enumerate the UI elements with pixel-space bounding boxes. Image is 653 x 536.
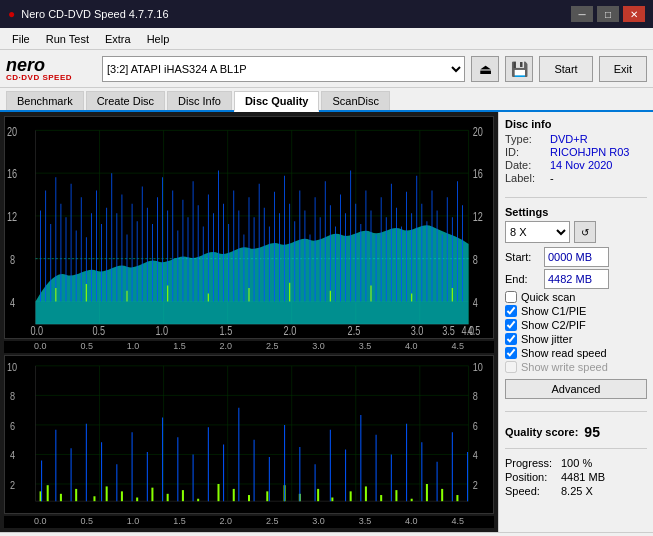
menu-help[interactable]: Help bbox=[139, 31, 178, 47]
start-button[interactable]: Start bbox=[539, 56, 592, 82]
tab-scan-disc[interactable]: ScanDisc bbox=[321, 91, 389, 110]
label-label: Label: bbox=[505, 172, 550, 184]
svg-text:1.0: 1.0 bbox=[155, 324, 168, 338]
close-button[interactable]: ✕ bbox=[623, 6, 645, 22]
window-title: Nero CD-DVD Speed 4.7.7.16 bbox=[21, 8, 168, 20]
tab-disc-quality[interactable]: Disc Quality bbox=[234, 91, 320, 112]
svg-text:8: 8 bbox=[473, 253, 478, 267]
svg-text:6: 6 bbox=[10, 420, 15, 432]
svg-text:3.0: 3.0 bbox=[411, 324, 424, 338]
start-input[interactable] bbox=[544, 247, 609, 267]
svg-text:12: 12 bbox=[7, 210, 17, 224]
quick-scan-label: Quick scan bbox=[521, 291, 575, 303]
quality-score-label: Quality score: bbox=[505, 426, 578, 438]
app-icon: ● bbox=[8, 7, 15, 21]
show-read-speed-checkbox[interactable] bbox=[505, 347, 517, 359]
svg-text:2.5: 2.5 bbox=[348, 324, 361, 338]
exit-button[interactable]: Exit bbox=[599, 56, 647, 82]
speed-label: Speed: bbox=[505, 485, 555, 497]
disc-label-value: - bbox=[550, 172, 647, 184]
quick-scan-checkbox[interactable] bbox=[505, 291, 517, 303]
svg-text:8: 8 bbox=[10, 253, 15, 267]
settings-refresh-button[interactable]: ↺ bbox=[574, 221, 596, 243]
title-bar: ● Nero CD-DVD Speed 4.7.7.16 ─ □ ✕ bbox=[0, 0, 653, 28]
maximize-button[interactable]: □ bbox=[597, 6, 619, 22]
id-label: ID: bbox=[505, 146, 550, 158]
menu-bar: File Run Test Extra Help bbox=[0, 28, 653, 50]
pi-errors-chart: 20 16 12 8 4 20 16 12 8 4 0.0 0.5 1.0 1.… bbox=[4, 116, 494, 339]
svg-text:0.5: 0.5 bbox=[92, 324, 105, 338]
svg-text:10: 10 bbox=[473, 360, 483, 372]
svg-text:8: 8 bbox=[10, 390, 15, 402]
stats-footer: PI Errors Average: 2.06 Maximum: 14 Tota… bbox=[0, 532, 653, 536]
start-label: Start: bbox=[505, 251, 540, 263]
disc-info-section: Disc info Type: DVD+R ID: RICOHJPN R03 D… bbox=[505, 118, 647, 185]
toolbar: nero CD·DVD SPEED [3:2] ATAPI iHAS324 A … bbox=[0, 50, 653, 88]
end-label: End: bbox=[505, 273, 540, 285]
svg-text:12: 12 bbox=[473, 210, 483, 224]
main-content: 20 16 12 8 4 20 16 12 8 4 0.0 0.5 1.0 1.… bbox=[0, 112, 653, 532]
svg-text:20: 20 bbox=[473, 124, 483, 138]
svg-text:16: 16 bbox=[473, 167, 483, 181]
svg-text:4.5: 4.5 bbox=[468, 324, 481, 338]
pi-failures-chart: 10 8 6 4 2 10 8 6 4 2 bbox=[4, 355, 494, 515]
svg-text:20: 20 bbox=[7, 124, 17, 138]
speed-select[interactable]: 8 X bbox=[505, 221, 570, 243]
svg-text:4: 4 bbox=[473, 296, 478, 310]
end-input[interactable] bbox=[544, 269, 609, 289]
svg-text:2: 2 bbox=[473, 479, 478, 491]
quality-score-section: Quality score: 95 bbox=[505, 424, 647, 440]
show-write-speed-checkbox[interactable] bbox=[505, 361, 517, 373]
position-value: 4481 MB bbox=[561, 471, 605, 483]
menu-extra[interactable]: Extra bbox=[97, 31, 139, 47]
menu-run-test[interactable]: Run Test bbox=[38, 31, 97, 47]
menu-file[interactable]: File bbox=[4, 31, 38, 47]
disc-info-title: Disc info bbox=[505, 118, 647, 130]
tab-create-disc[interactable]: Create Disc bbox=[86, 91, 165, 110]
svg-text:3.5: 3.5 bbox=[442, 324, 455, 338]
progress-value: 100 % bbox=[561, 457, 592, 469]
show-c2pif-checkbox[interactable] bbox=[505, 319, 517, 331]
c1pie-label: Show C1/PIE bbox=[521, 305, 586, 317]
quality-score-value: 95 bbox=[584, 424, 600, 440]
progress-section: Progress: 100 % Position: 4481 MB Speed:… bbox=[505, 457, 647, 498]
show-jitter-checkbox[interactable] bbox=[505, 333, 517, 345]
svg-text:16: 16 bbox=[7, 167, 17, 181]
date-label: Date: bbox=[505, 159, 550, 171]
show-c1pie-checkbox[interactable] bbox=[505, 305, 517, 317]
tab-disc-info[interactable]: Disc Info bbox=[167, 91, 232, 110]
svg-text:2: 2 bbox=[10, 479, 15, 491]
save-button[interactable]: 💾 bbox=[505, 56, 533, 82]
advanced-button[interactable]: Advanced bbox=[505, 379, 647, 399]
write-speed-label: Show write speed bbox=[521, 361, 608, 373]
settings-title: Settings bbox=[505, 206, 647, 218]
minimize-button[interactable]: ─ bbox=[571, 6, 593, 22]
read-speed-label: Show read speed bbox=[521, 347, 607, 359]
type-label: Type: bbox=[505, 133, 550, 145]
disc-type-value: DVD+R bbox=[550, 133, 647, 145]
settings-section: Settings 8 X ↺ Start: End: Quick scan bbox=[505, 206, 647, 399]
disc-id-value: RICOHJPN R03 bbox=[550, 146, 647, 158]
nero-logo: nero CD·DVD SPEED bbox=[6, 56, 96, 82]
svg-text:6: 6 bbox=[473, 420, 478, 432]
c2pif-label: Show C2/PIF bbox=[521, 319, 586, 331]
eject-button[interactable]: ⏏ bbox=[471, 56, 499, 82]
sidebar: Disc info Type: DVD+R ID: RICOHJPN R03 D… bbox=[498, 112, 653, 532]
svg-text:1.5: 1.5 bbox=[220, 324, 233, 338]
charts-area: 20 16 12 8 4 20 16 12 8 4 0.0 0.5 1.0 1.… bbox=[0, 112, 498, 532]
svg-text:2.0: 2.0 bbox=[284, 324, 297, 338]
drive-select[interactable]: [3:2] ATAPI iHAS324 A BL1P bbox=[102, 56, 465, 82]
position-label: Position: bbox=[505, 471, 555, 483]
disc-date-value: 14 Nov 2020 bbox=[550, 159, 647, 171]
speed-value: 8.25 X bbox=[561, 485, 593, 497]
svg-text:0.0: 0.0 bbox=[30, 324, 43, 338]
tab-bar: Benchmark Create Disc Disc Info Disc Qua… bbox=[0, 88, 653, 112]
svg-text:4: 4 bbox=[10, 296, 15, 310]
svg-text:4: 4 bbox=[10, 449, 15, 461]
progress-label: Progress: bbox=[505, 457, 555, 469]
window-controls: ─ □ ✕ bbox=[571, 6, 645, 22]
tab-benchmark[interactable]: Benchmark bbox=[6, 91, 84, 110]
svg-text:4: 4 bbox=[473, 449, 478, 461]
svg-text:8: 8 bbox=[473, 390, 478, 402]
jitter-label: Show jitter bbox=[521, 333, 572, 345]
